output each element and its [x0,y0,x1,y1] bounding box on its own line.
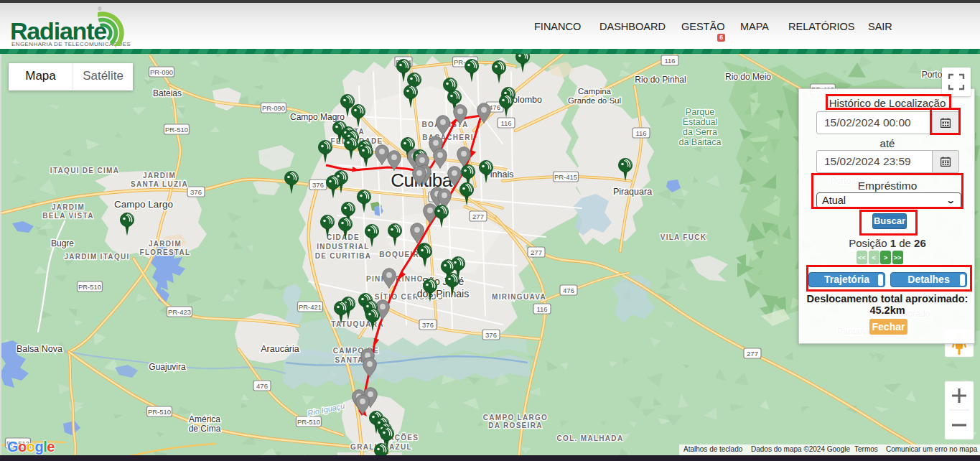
svg-text:®: ® [98,6,102,12]
svg-text:Campo Largo: Campo Largo [114,199,173,210]
svg-text:PR-423: PR-423 [168,308,191,316]
svg-text:PR-510: PR-510 [78,283,101,291]
svg-text:JARDIM: JARDIM [52,203,85,211]
svg-text:JARDIM: JARDIM [143,172,176,180]
svg-text:Campina: Campina [578,87,612,96]
svg-text:PR-510: PR-510 [297,418,320,426]
svg-text:Grande do Sul: Grande do Sul [568,96,621,105]
svg-text:Parque: Parque [686,107,714,117]
svg-text:Campo Magro: Campo Magro [290,112,345,122]
svg-text:MIRINGUAVA: MIRINGUAVA [492,293,546,301]
svg-text:BELA VISTA: BELA VISTA [42,212,93,220]
svg-text:DA ROSEIRA: DA ROSEIRA [488,422,542,429]
svg-text:INDUSTRIAL: INDUSTRIAL [317,243,370,251]
svg-text:VILA FUCK: VILA FUCK [661,233,707,241]
svg-text:COL. MALHADA: COL. MALHADA [557,434,624,442]
svg-text:da Serra: da Serra [683,127,717,137]
svg-text:DE CURITIBA: DE CURITIBA [315,252,372,260]
svg-text:PR-510: PR-510 [165,126,188,134]
svg-text:SANTA LUZIA: SANTA LUZIA [131,180,188,188]
svg-text:376: 376 [422,321,434,329]
svg-text:PR-090: PR-090 [150,68,173,76]
svg-text:116: 116 [536,305,547,313]
svg-text:FLORESTAL: FLORESTAL [140,248,191,256]
svg-text:JARDIM ITAQUI: JARDIM ITAQUI [64,253,129,261]
svg-text:de Cima: de Cima [189,424,221,434]
svg-text:PR-090: PR-090 [262,104,285,112]
svg-text:277: 277 [531,248,542,256]
svg-text:Piraquara: Piraquara [613,187,652,197]
svg-text:PR-415: PR-415 [554,173,577,181]
svg-text:Rio do Meio: Rio do Meio [725,72,771,82]
svg-text:CAMPO LARGO: CAMPO LARGO [483,414,548,422]
svg-text:PR-421: PR-421 [299,303,322,311]
svg-text:da Baitaca: da Baitaca [678,137,721,147]
svg-text:116: 116 [664,57,675,65]
svg-text:376: 376 [312,181,324,189]
svg-text:América: América [189,414,220,424]
svg-text:Porto: Porto [922,70,943,80]
svg-text:Rio do Pinhal: Rio do Pinhal [635,75,686,85]
svg-text:ITAQUI DE CIMA: ITAQUI DE CIMA [50,167,119,174]
svg-text:JARDIM: JARDIM [149,240,182,248]
svg-text:Bugre: Bugre [51,238,74,248]
svg-text:CIDADE: CIDADE [327,233,360,241]
svg-text:376: 376 [190,188,202,196]
svg-text:476: 476 [256,382,268,390]
svg-text:Balsa Nova: Balsa Nova [17,344,62,354]
svg-text:277: 277 [472,213,484,220]
svg-text:476: 476 [563,287,574,294]
svg-text:PR-510: PR-510 [148,408,171,416]
svg-text:116: 116 [500,119,511,127]
svg-text:Estadual: Estadual [683,117,718,127]
svg-text:Guajuvira: Guajuvira [149,362,186,372]
svg-text:116: 116 [635,129,646,137]
svg-text:Araucária: Araucária [261,344,299,354]
svg-text:Bateias: Bateias [153,88,182,98]
svg-text:277: 277 [747,350,758,358]
svg-text:376: 376 [485,331,497,339]
